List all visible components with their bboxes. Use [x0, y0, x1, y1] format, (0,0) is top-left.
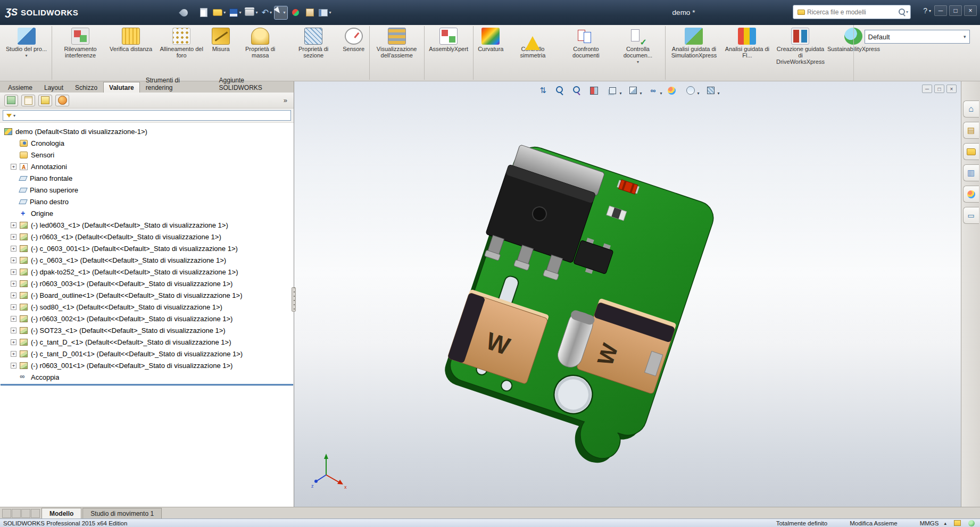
feature-tree-item[interactable]: (-) r0603_001<1> (Default<<Default>_Stat… — [0, 359, 294, 371]
search-box[interactable]: ▾ — [793, 5, 911, 19]
sensore-button[interactable]: Sensore ▾ — [340, 26, 370, 80]
proprieta-sezione-button[interactable]: Proprietà di sezione ▾ — [287, 26, 340, 80]
expand-icon[interactable] — [11, 339, 16, 345]
print-button[interactable]: ▾ — [244, 6, 259, 19]
rilevamento-interferenze-button[interactable]: Rilevamento interferenze ▾ — [54, 26, 107, 80]
feature-tree-item[interactable]: (-) c_0603_001<1> (Default<<Default>_Sta… — [0, 242, 294, 254]
expand-icon[interactable] — [11, 351, 16, 357]
open-button[interactable]: ▾ — [212, 6, 227, 19]
document-close-button[interactable]: × — [946, 85, 957, 93]
controlla-documenti-button[interactable]: Controlla documen... ▾ — [612, 26, 666, 80]
hide-show-items-button[interactable]: ▾ — [645, 85, 662, 96]
model-tab[interactable]: Modello — [41, 508, 81, 518]
window-restore-button[interactable]: □ — [949, 5, 962, 16]
allineamento-foro-button[interactable]: Allineamento del foro ▾ — [155, 26, 208, 80]
feature-tree-item[interactable]: Annotazioni — [0, 161, 294, 172]
search-icon[interactable] — [898, 8, 906, 16]
simulationxpress-button[interactable]: Analisi guidata di SimulationXpress ▾ — [667, 26, 720, 80]
model-tab[interactable]: Studio di movimento 1 — [82, 508, 162, 518]
studio-del-prodotto-button[interactable]: Studio del pro... ▾ — [3, 26, 52, 80]
search-dropdown-arrow-icon[interactable]: ▾ — [906, 10, 908, 14]
taskpane-file-explorer-tab[interactable] — [963, 143, 979, 160]
expand-icon[interactable] — [11, 316, 16, 322]
feature-tree-item[interactable]: (-) c_0603_<1> (Default<<Default>_Stato … — [0, 254, 294, 266]
tab-nav-button[interactable] — [12, 509, 21, 518]
expand-icon[interactable] — [11, 234, 16, 240]
view-orientation-button[interactable]: ▾ — [604, 85, 621, 96]
apply-scene-button[interactable]: ▾ — [682, 85, 699, 96]
tab-nav-button[interactable] — [31, 509, 40, 518]
feature-tree-item[interactable]: (-) c_tant_D_001<1> (Default<<Default>_S… — [0, 348, 294, 359]
zoom-fit-button[interactable]: ▾ — [536, 85, 550, 96]
save-button[interactable]: ▾ — [228, 6, 242, 19]
feature-tree-item[interactable]: (-) led0603_<1> (Default<<Default>_Stato… — [0, 219, 294, 231]
previous-view-button[interactable]: ▾ — [570, 85, 584, 96]
display-style-button[interactable]: ▾ — [625, 85, 642, 96]
expand-icon[interactable] — [11, 257, 16, 263]
visualizzazione-assieme-button[interactable]: Visualizzazione dell'assieme ▾ — [371, 26, 425, 80]
controllo-simmetria-button[interactable]: Controllo simmetria ▾ — [506, 26, 559, 80]
rebuild-button[interactable]: ▾ — [289, 6, 302, 19]
pin-icon[interactable] — [179, 7, 189, 18]
search-input[interactable] — [807, 9, 898, 16]
configuration-selector[interactable]: Default ▾ — [865, 30, 970, 44]
feature-tree-item[interactable]: (-) Board_outline<1> (Default<<Default>_… — [0, 289, 294, 301]
new-document-button[interactable]: ▾ — [197, 6, 210, 19]
expand-icon[interactable] — [11, 222, 16, 228]
expand-icon[interactable] — [11, 292, 16, 298]
view-settings-button[interactable]: ▾ — [702, 85, 719, 96]
graphics-viewport[interactable]: W W ▾▾▾▾▾▾▾▾▾▾ — [294, 81, 961, 507]
confronto-documenti-button[interactable]: Confronto documenti ▾ — [559, 26, 612, 80]
command-tab[interactable]: Assieme — [2, 82, 38, 93]
menu-item[interactable] — [156, 10, 168, 16]
expand-icon[interactable] — [11, 304, 16, 310]
expand-icon[interactable] — [11, 328, 16, 333]
section-view-button[interactable]: ▾ — [587, 85, 601, 96]
edit-appearance-button[interactable]: ▾ — [665, 85, 679, 96]
taskpane-custom-properties-tab[interactable] — [963, 207, 979, 224]
undo-button[interactable]: ▾ — [260, 6, 273, 19]
command-tab[interactable]: Strumenti di rendering — [140, 74, 213, 93]
menu-item[interactable] — [121, 10, 132, 16]
options-button[interactable]: ▾ — [303, 6, 316, 19]
featuremanager-tab[interactable] — [4, 95, 18, 106]
displaymanager-tab[interactable] — [55, 95, 69, 106]
tab-nav-button[interactable] — [21, 509, 30, 518]
driveworksxpress-button[interactable]: Creazione guidata di DriveWorksXpress ▾ — [774, 26, 827, 80]
document-minimize-button[interactable]: ─ — [922, 85, 932, 93]
quick-tips-icon[interactable] — [968, 520, 975, 526]
menu-item[interactable] — [168, 10, 179, 16]
window-close-button[interactable]: × — [964, 5, 977, 16]
tab-nav-button[interactable] — [2, 509, 11, 518]
feature-tree-item[interactable]: (-) r0603_003<1> (Default<<Default>_Stat… — [0, 278, 294, 289]
propertymanager-tab[interactable] — [21, 95, 35, 106]
assemblyxpert-button[interactable]: AssemblyXpert ▾ — [426, 26, 474, 80]
taskpane-resources-tab[interactable] — [963, 101, 979, 118]
select-button[interactable]: ▾ — [275, 6, 287, 19]
command-tab[interactable]: Schizzo — [69, 82, 103, 93]
feature-tree-root[interactable]: demo (Default<Stato di visualizzazione-1… — [0, 126, 294, 137]
verifica-distanza-button[interactable]: Verifica distanza ▾ — [107, 26, 155, 80]
window-minimize-button[interactable]: ─ — [934, 5, 947, 16]
menu-item[interactable] — [97, 10, 109, 16]
menu-item[interactable] — [132, 10, 144, 16]
taskpane-design-library-tab[interactable] — [963, 122, 979, 139]
display-pane-button[interactable]: ▾ — [318, 6, 332, 19]
feature-tree-item[interactable]: Piano superiore — [0, 184, 294, 196]
proprieta-massa-button[interactable]: Proprietà di massa ▾ — [234, 26, 287, 80]
filter-dropdown-arrow-icon[interactable]: ▾ — [13, 113, 15, 118]
panel-overflow-chevron[interactable]: » — [281, 96, 289, 104]
expand-icon[interactable] — [11, 269, 16, 275]
menu-item[interactable] — [144, 10, 156, 16]
document-restore-button[interactable]: □ — [934, 85, 944, 93]
flyout-arrow-icon[interactable]: ▾ — [637, 59, 639, 65]
command-tab[interactable]: Aggiunte SOLIDWORKS — [213, 74, 294, 93]
feature-tree-item[interactable]: Accoppia — [0, 371, 294, 383]
feature-tree-item[interactable]: (-) r0603_<1> (Default<<Default>_Stato d… — [0, 231, 294, 242]
taskpane-view-palette-tab[interactable] — [963, 164, 979, 181]
expand-icon[interactable] — [11, 281, 16, 287]
feature-tree-item[interactable]: (-) SOT23_<1> (Default<<Default>_Stato d… — [0, 324, 294, 336]
command-tab[interactable]: Layout — [38, 82, 69, 93]
pcb-assembly-model[interactable]: W W — [294, 81, 961, 507]
help-button[interactable]: ? ▾ — [923, 6, 931, 15]
